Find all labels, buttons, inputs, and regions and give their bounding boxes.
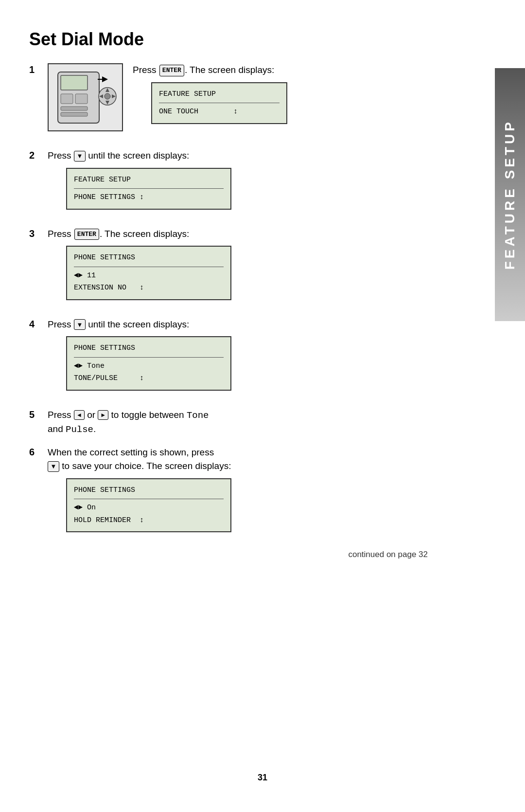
svg-point-11 <box>105 93 110 99</box>
page-title: Set Dial Mode <box>29 29 447 50</box>
nav-right-icon: ► <box>98 410 108 420</box>
lcd-screen-2: FEATURE SETUP PHONE SETTINGS ↕ <box>66 168 231 210</box>
lcd-3-line3: EXTENSION NO ↕ <box>74 282 224 294</box>
side-tab: FEATURE SETUP <box>495 68 525 321</box>
pulse-text: Pulse <box>66 424 93 435</box>
lcd-2-line2: PHONE SETTINGS ↕ <box>74 191 224 204</box>
svg-rect-5 <box>61 112 88 116</box>
nav-left-icon: ◄ <box>74 410 85 420</box>
step-6-text: When the correct setting is shown, press… <box>48 446 447 473</box>
svg-rect-3 <box>75 94 88 104</box>
nav-down-icon-4: ▼ <box>74 319 86 330</box>
lcd-screen-3: PHONE SETTINGS ◄► 11 EXTENSION NO ↕ <box>66 246 231 300</box>
lcd-4-line2: ◄► Tone <box>74 360 224 373</box>
step-2-content: Press ▼ until the screen displays: FEATU… <box>48 149 447 218</box>
step-2-text: Press ▼ until the screen displays: <box>48 149 447 163</box>
step-2-row: 2 Press ▼ until the screen displays: FEA… <box>29 149 447 218</box>
enter-button-icon-3: ENTER <box>74 229 99 240</box>
step-2-number: 2 <box>29 149 48 161</box>
lcd-6-line2: ◄► On <box>74 502 224 514</box>
svg-rect-2 <box>61 94 73 104</box>
step-1-number: 1 <box>29 63 48 75</box>
lcd-1-line2: ONE TOUCH ↕ <box>159 106 280 118</box>
nav-down-icon-6: ▼ <box>48 461 59 472</box>
step-1-content: Press ENTER. The screen displays: FEATUR… <box>48 63 447 140</box>
step-6-row: 6 When the correct setting is shown, pre… <box>29 446 447 541</box>
lcd-6-line3: HOLD REMINDER ↕ <box>74 514 224 527</box>
lcd-screen-4: PHONE SETTINGS ◄► Tone TONE/PULSE ↕ <box>66 336 231 391</box>
step-1-text-block: Press ENTER. The screen displays: FEATUR… <box>133 63 287 133</box>
step-3-number: 3 <box>29 227 48 239</box>
step-3-text: Press ENTER. The screen displays: <box>48 227 447 241</box>
continued-text: continued on page 32 <box>48 550 447 559</box>
step-4-text: Press ▼ until the screen displays: <box>48 318 447 332</box>
step-4-row: 4 Press ▼ until the screen displays: PHO… <box>29 318 447 399</box>
step-3-content: Press ENTER. The screen displays: PHONE … <box>48 227 447 309</box>
lcd-2-line1: FEATURE SETUP <box>74 174 224 186</box>
lcd-4-line1: PHONE SETTINGS <box>74 342 224 355</box>
svg-rect-4 <box>61 107 88 110</box>
phone-illustration <box>54 70 117 126</box>
svg-rect-1 <box>61 75 88 90</box>
step-5-number: 5 <box>29 408 48 420</box>
side-tab-label: FEATURE SETUP <box>502 119 518 270</box>
lcd-screen-6: PHONE SETTINGS ◄► On HOLD REMINDER ↕ <box>66 478 231 533</box>
step-4-content: Press ▼ until the screen displays: PHONE… <box>48 318 447 399</box>
lcd-4-line3: TONE/PULSE ↕ <box>74 372 224 385</box>
step-1-text: Press ENTER. The screen displays: <box>133 63 287 77</box>
step-1-row: 1 <box>29 63 447 140</box>
step-3-row: 3 Press ENTER. The screen displays: PHON… <box>29 227 447 309</box>
step-5-row: 5 Press ◄ or ► to toggle between Toneand… <box>29 408 447 437</box>
enter-button-icon: ENTER <box>159 65 184 76</box>
step-4-number: 4 <box>29 318 48 330</box>
phone-image <box>48 63 123 131</box>
lcd-1-line1: FEATURE SETUP <box>159 88 280 101</box>
lcd-screen-1: FEATURE SETUP ONE TOUCH ↕ <box>151 82 287 124</box>
lcd-3-line2: ◄► 11 <box>74 270 224 282</box>
main-content: Set Dial Mode 1 <box>29 29 486 559</box>
lcd-6-line1: PHONE SETTINGS <box>74 484 224 497</box>
page-number: 31 <box>258 773 267 783</box>
nav-down-icon: ▼ <box>74 151 86 162</box>
step-5-text: Press ◄ or ► to toggle between Toneand P… <box>48 408 447 437</box>
tone-text: Tone <box>187 410 209 421</box>
lcd-3-line1: PHONE SETTINGS <box>74 252 224 264</box>
step-1-layout: Press ENTER. The screen displays: FEATUR… <box>48 63 447 140</box>
step-6-content: When the correct setting is shown, press… <box>48 446 447 541</box>
step-6-number: 6 <box>29 446 48 458</box>
step-5-content: Press ◄ or ► to toggle between Toneand P… <box>48 408 447 437</box>
